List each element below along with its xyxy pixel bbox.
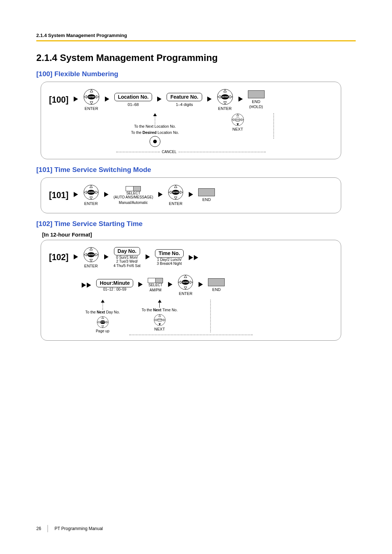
svg-marker-26 [74, 192, 78, 197]
arrow-icon [189, 192, 193, 198]
heading-101: [101] Time Service Switching Mode [36, 166, 356, 174]
jog-dial-icon [150, 136, 160, 147]
svg-marker-34 [104, 192, 109, 197]
select-rocker-icon [148, 278, 163, 283]
svg-marker-58 [138, 282, 143, 287]
flow-101: [101] ENTER ENTER [41, 177, 341, 213]
enter-button-100a: ENTER ENTER [83, 89, 100, 111]
svg-marker-0 [74, 97, 78, 102]
doc-title: PT Programming Manual [54, 526, 103, 531]
heading-100: [100] Flexible Numbering [36, 70, 356, 78]
arrow-icon [189, 255, 198, 260]
day-no-box: Day No. [114, 247, 140, 255]
svg-text:ENTER: ENTER [88, 254, 94, 255]
arrow-icon [158, 192, 163, 198]
svg-text:ENTER: ENTER [88, 96, 94, 98]
svg-text:ENTER: ENTER [158, 319, 162, 321]
svg-text:ENTER: ENTER [173, 192, 179, 193]
feature-range: 1–4 digits [176, 102, 193, 107]
arrow-icon [74, 192, 78, 198]
enter-button-102b: ENTER ENTER [177, 274, 193, 296]
heading-102: [102] Time Service Starting Time [36, 220, 356, 228]
code-102: [102] [49, 253, 69, 262]
enter-label: ENTER [218, 106, 232, 111]
arrow-icon [104, 254, 109, 261]
location-no-box: Location No. [114, 93, 152, 101]
to-next-time-text: To the Next Time No. [142, 308, 177, 312]
arrow-icon [199, 282, 203, 288]
arrow-icon [207, 97, 212, 103]
flow-100: [100] ENTER ENTER [41, 82, 341, 159]
arrow-icon [138, 282, 143, 288]
svg-marker-10 [207, 97, 212, 102]
running-header: 2.1.4 System Management Programming [36, 33, 356, 41]
page-number: 26 [36, 526, 41, 531]
location-range: 01–68 [128, 102, 139, 107]
select-label: SELECT [148, 283, 163, 287]
arrow-icon [105, 97, 109, 103]
enter-label: ENTER [84, 264, 98, 268]
mode-label: Manual/Automatic [119, 201, 148, 205]
svg-text:ENTER: ENTER [222, 96, 228, 98]
hour-minute-box: Hour:Minute [96, 279, 133, 287]
next-label: NEXT [154, 327, 165, 331]
nav-button-icon: ENTER [97, 316, 109, 328]
svg-marker-57 [87, 283, 91, 288]
nav-button-icon: ENTER [231, 113, 244, 126]
page-footer: 26 PT Programming Manual [36, 525, 103, 532]
svg-marker-43 [189, 192, 193, 197]
select-rocker-icon [126, 186, 141, 191]
svg-marker-67 [199, 282, 203, 287]
hm-range: 01–12 : 00–59 [103, 287, 126, 292]
enter-label: ENTER [169, 201, 182, 206]
hold-key-icon [198, 188, 215, 196]
arrow-icon [238, 97, 243, 103]
time-values: 1 Day/2 Lunch/ 3 Break/4 Night [157, 258, 182, 266]
svg-marker-18 [238, 97, 243, 102]
arrow-icon [74, 97, 78, 103]
time-no-box: Time No. [155, 249, 184, 258]
svg-marker-54 [189, 255, 193, 260]
code-100: [100] [49, 95, 69, 105]
enter-label: ENTER [179, 291, 192, 296]
up-arrow-icon [158, 300, 162, 303]
end-label: END [202, 197, 211, 202]
svg-marker-53 [146, 254, 150, 259]
to-next-day-text: To the Next Day No. [85, 310, 120, 315]
arrow-icon [74, 254, 78, 261]
to-desired-loc-text: To the Desired Location No. [131, 130, 179, 135]
enter-button-101b: ENTER ENTER [168, 184, 184, 206]
code-101: [101] [49, 190, 69, 200]
svg-text:ENTER: ENTER [100, 321, 105, 323]
enter-label: ENTER [85, 106, 98, 111]
hold-key-icon [208, 278, 225, 286]
arrow-icon [146, 254, 150, 261]
feature-no-box: Feature No. [167, 93, 202, 101]
next-label: NEXT [232, 127, 243, 131]
cancel-label: CANCEL [162, 150, 177, 154]
svg-marker-44 [74, 254, 78, 259]
to-next-loc-text: To the Next Location No. [134, 124, 176, 129]
arrow-icon [82, 283, 91, 288]
svg-marker-59 [168, 282, 172, 287]
up-arrow-icon [101, 300, 105, 303]
svg-marker-35 [158, 192, 163, 197]
svg-marker-8 [105, 97, 109, 102]
select-label: SELECT(AUTO ANS/MESSAGE) [114, 191, 153, 200]
end-label: END(HOLD) [249, 99, 263, 109]
arrow-icon [104, 192, 109, 198]
day-values: 0 Sun/1 Mon/ 2 Tue/3 Wed/ 4 Thu/5 Fri/6 … [114, 255, 140, 268]
enter-button-101a: ENTER ENTER [83, 184, 99, 206]
flow-102: [102] ENTER ENTER D [41, 240, 341, 341]
svg-marker-9 [157, 97, 162, 102]
page-title: 2.1.4 System Management Programming [36, 52, 356, 63]
end-label: END [212, 287, 221, 292]
svg-text:ENTER: ENTER [88, 192, 94, 193]
page-up-label: Page up [96, 329, 109, 333]
ampm-label: AM/PM [150, 288, 162, 292]
enter-label: ENTER [84, 201, 98, 206]
svg-marker-55 [194, 255, 198, 260]
svg-text:ENTER: ENTER [235, 119, 240, 121]
svg-marker-52 [104, 254, 109, 259]
arrow-icon [157, 97, 162, 103]
